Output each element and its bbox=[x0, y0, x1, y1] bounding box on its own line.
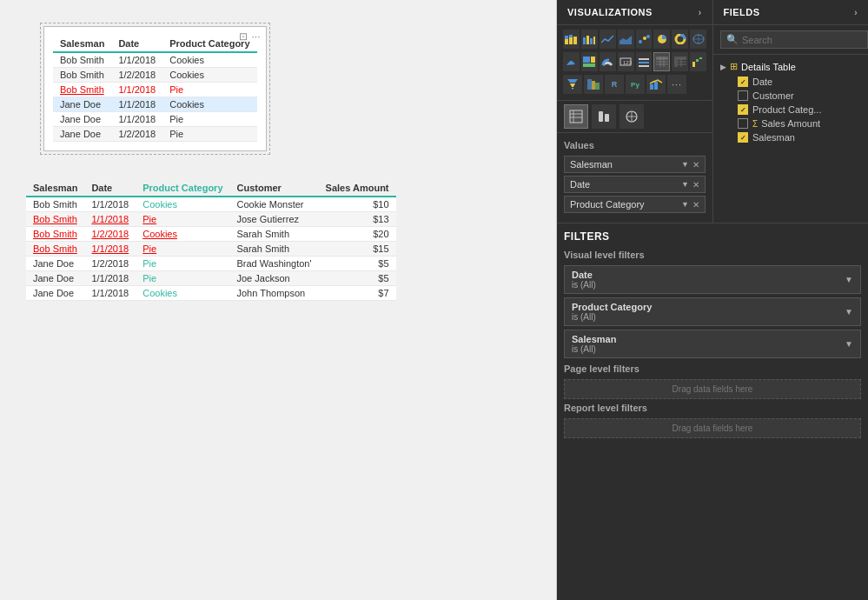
python-icon[interactable]: Py bbox=[626, 75, 645, 94]
stacked-bar-icon[interactable] bbox=[563, 30, 580, 49]
funnel-icon[interactable] bbox=[563, 75, 582, 94]
ribbon-icon[interactable] bbox=[584, 75, 603, 94]
search-box[interactable]: 🔍 bbox=[720, 30, 868, 49]
col-date-header: Date bbox=[84, 180, 136, 197]
filters-section: FILTERS Visual level filters Date is (Al… bbox=[557, 223, 868, 449]
field-checkbox[interactable] bbox=[738, 90, 748, 101]
report-level-label: Report level filters bbox=[564, 403, 861, 413]
area-chart-icon[interactable] bbox=[618, 30, 634, 49]
svg-rect-0 bbox=[565, 39, 568, 44]
pie-icon[interactable] bbox=[653, 30, 670, 49]
visualizations-header[interactable]: VISUALIZATIONS › bbox=[557, 0, 713, 24]
field-item[interactable]: Salesman bbox=[713, 130, 868, 144]
cell-product: Pie bbox=[162, 112, 256, 127]
field-checkbox[interactable] bbox=[738, 118, 748, 129]
field-item[interactable]: Date bbox=[713, 75, 868, 89]
card-icon[interactable]: 123 bbox=[618, 52, 634, 71]
gauge-icon[interactable] bbox=[600, 52, 616, 71]
table-icon[interactable] bbox=[653, 52, 670, 71]
table-cell: $15 bbox=[319, 242, 396, 257]
svg-marker-43 bbox=[572, 88, 573, 90]
line-chart-icon[interactable] bbox=[600, 30, 616, 49]
table-cell: 1/2/2018 bbox=[84, 257, 136, 271]
filter-chevron[interactable]: ▼ bbox=[845, 307, 853, 317]
viz-chevron[interactable]: › bbox=[699, 8, 702, 17]
table-cell: Bob Smith bbox=[26, 242, 84, 257]
svg-rect-54 bbox=[605, 114, 609, 122]
svg-rect-44 bbox=[587, 79, 592, 90]
chip-dropdown[interactable]: ▼ bbox=[681, 200, 689, 209]
field-checkbox[interactable] bbox=[738, 104, 748, 115]
svg-rect-1 bbox=[565, 36, 568, 39]
cell-date: 1/2/2018 bbox=[111, 127, 162, 142]
values-label: Values bbox=[564, 140, 706, 150]
details-table-header[interactable]: ▶ ⊞ Details Table bbox=[713, 58, 868, 75]
table-actions[interactable]: ⊡ ··· bbox=[239, 30, 260, 43]
map-chart-icon[interactable] bbox=[690, 30, 706, 49]
fields-header[interactable]: FIELDS › bbox=[713, 0, 869, 24]
field-item[interactable]: ΣSales Amount bbox=[713, 117, 868, 130]
filter-chevron[interactable]: ▼ bbox=[845, 339, 853, 349]
scatter-icon[interactable] bbox=[636, 30, 653, 49]
combo-chart-icon[interactable] bbox=[646, 75, 666, 94]
bottom-table-row: Jane Doe1/2/2018PieBrad Washington'$5 bbox=[26, 257, 396, 271]
chip-remove[interactable]: ✕ bbox=[692, 160, 699, 170]
search-input[interactable] bbox=[742, 35, 862, 45]
cell-product: Pie bbox=[162, 127, 256, 142]
more-visuals-icon[interactable]: ··· bbox=[667, 75, 686, 94]
cell-product: Pie bbox=[162, 83, 256, 97]
visual-level-label: Visual level filters bbox=[564, 250, 861, 260]
cell-salesman: Jane Doe bbox=[53, 112, 111, 127]
value-chip[interactable]: Product Category ▼ ✕ bbox=[564, 196, 706, 213]
more-options-icon[interactable]: ··· bbox=[251, 30, 260, 43]
clustered-bar-icon[interactable] bbox=[581, 30, 598, 49]
field-item[interactable]: Product Categ... bbox=[713, 103, 868, 117]
chip-remove[interactable]: ✕ bbox=[692, 200, 699, 210]
value-chip[interactable]: Salesman ▼ ✕ bbox=[564, 156, 706, 173]
field-checkbox[interactable] bbox=[738, 77, 748, 87]
expand-icon[interactable]: ⊡ bbox=[239, 30, 248, 43]
svg-rect-19 bbox=[591, 57, 595, 63]
analytics-tab-icon[interactable] bbox=[620, 104, 644, 129]
fields-chevron[interactable]: › bbox=[854, 8, 858, 17]
treemap-icon[interactable] bbox=[581, 52, 598, 71]
top-table-row: Bob Smith1/2/2018Cookies bbox=[53, 68, 257, 83]
table-cell: Bob Smith bbox=[26, 212, 84, 227]
waterfall-icon[interactable] bbox=[690, 52, 706, 71]
field-checkbox[interactable] bbox=[738, 132, 748, 143]
filter-chip[interactable]: Product Category is (All) ▼ bbox=[564, 297, 861, 326]
r-script-icon[interactable]: R bbox=[605, 75, 624, 94]
table-cell: Jane Doe bbox=[26, 286, 84, 301]
value-chip[interactable]: Date ▼ ✕ bbox=[564, 176, 706, 193]
filter-chip[interactable]: Date is (All) ▼ bbox=[564, 265, 861, 294]
svg-marker-9 bbox=[620, 36, 632, 44]
table-cell: Bob Smith bbox=[26, 197, 84, 212]
sigma-icon: Σ bbox=[752, 119, 758, 129]
page-level-label: Page level filters bbox=[564, 363, 861, 374]
donut-icon[interactable] bbox=[672, 30, 688, 49]
table-cell: 1/2/2018 bbox=[84, 227, 136, 242]
svg-marker-41 bbox=[567, 79, 578, 83]
filled-map-icon[interactable] bbox=[563, 52, 580, 71]
page-drag-placeholder[interactable]: Drag data fields here bbox=[564, 379, 861, 399]
report-drag-placeholder[interactable]: Drag data fields here bbox=[564, 418, 861, 438]
matrix-icon[interactable] bbox=[672, 52, 688, 71]
format-tab-icon[interactable] bbox=[592, 104, 616, 129]
bottom-table-row: Bob Smith1/2/2018CookiesSarah Smith$20 bbox=[26, 227, 396, 242]
table-cell: $5 bbox=[319, 257, 396, 271]
svg-rect-23 bbox=[639, 58, 649, 60]
field-item[interactable]: Customer bbox=[713, 89, 868, 103]
svg-point-11 bbox=[643, 37, 646, 40]
filter-chip[interactable]: Salesman is (All) ▼ bbox=[564, 330, 861, 358]
cell-salesman: Bob Smith bbox=[53, 83, 111, 97]
chip-dropdown[interactable]: ▼ bbox=[681, 180, 689, 189]
chip-dropdown[interactable]: ▼ bbox=[681, 160, 689, 169]
filter-label: Date bbox=[572, 270, 596, 280]
top-table-row: Bob Smith1/1/2018Pie bbox=[53, 83, 257, 97]
filter-chevron[interactable]: ▼ bbox=[845, 275, 853, 284]
chip-remove[interactable]: ✕ bbox=[692, 180, 699, 190]
cell-date: 1/1/2018 bbox=[111, 83, 162, 97]
fields-tab-icon[interactable] bbox=[564, 104, 588, 129]
slicer-icon[interactable] bbox=[636, 52, 653, 71]
svg-rect-48 bbox=[654, 82, 658, 90]
